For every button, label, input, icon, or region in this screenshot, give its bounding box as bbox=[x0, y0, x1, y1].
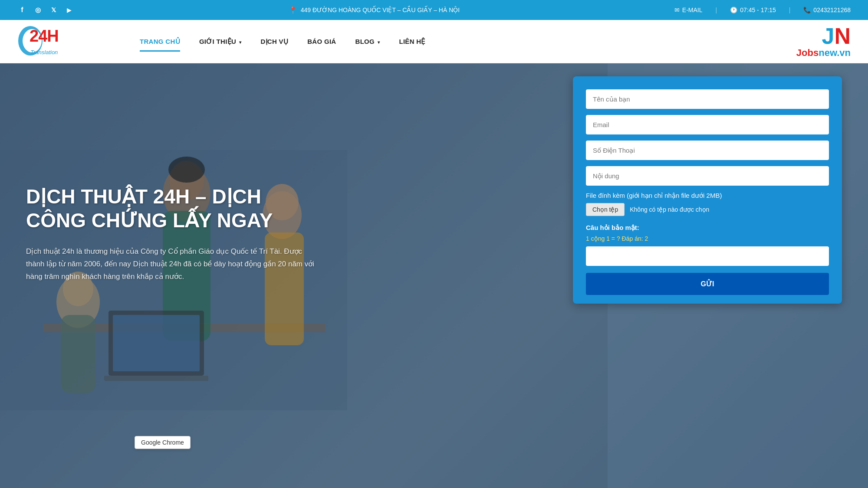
contact-info: ✉ E-MAIL | 🕐 07:45 - 17:15 | 📞 024321212… bbox=[674, 7, 851, 13]
top-bar: f ◎ 𝕏 ▶ 📍 449 ĐƯỜNG HOÀNG QUỐC VIỆT – CẦ… bbox=[0, 0, 868, 20]
email-label: E-MAIL bbox=[682, 7, 703, 13]
contact-form: File đính kèm (giới hạn chỉ nhận file dư… bbox=[573, 76, 842, 304]
brand-j-letter: J bbox=[822, 23, 835, 49]
email-input[interactable] bbox=[586, 115, 829, 134]
hours-text: 07:45 - 17:15 bbox=[740, 7, 776, 13]
hero-description: Dịch thuật 24h là thương hiệu của Công t… bbox=[26, 246, 321, 283]
main-navigation: 24H Translation TRANG CHỦ GIỚI THIỆU ▾ D… bbox=[0, 20, 868, 63]
captcha-question: 1 cộng 1 = ? Đáp án: 2 bbox=[586, 235, 829, 242]
phone-field-wrapper bbox=[586, 141, 829, 160]
email-field-wrapper bbox=[586, 115, 829, 134]
address-text: 449 ĐƯỜNG HOÀNG QUỐC VIỆT – CẦU GIẤY – H… bbox=[301, 7, 460, 13]
nav-lien-he[interactable]: LIÊN HỆ bbox=[389, 33, 434, 51]
email-section[interactable]: ✉ E-MAIL bbox=[674, 7, 703, 13]
hero-title: DỊCH THUẬT 24H – DỊCH CÔNG CHỨNG LẤY NGA… bbox=[26, 185, 321, 233]
youtube-icon[interactable]: ▶ bbox=[64, 5, 74, 15]
nav-gioi-thieu[interactable]: GIỚI THIỆU ▾ bbox=[190, 33, 251, 51]
content-field-wrapper bbox=[586, 166, 829, 186]
instagram-icon[interactable]: ◎ bbox=[33, 5, 43, 15]
phone-input[interactable] bbox=[586, 141, 829, 160]
chevron-down-icon: ▾ bbox=[238, 40, 241, 45]
social-links: f ◎ 𝕏 ▶ bbox=[17, 5, 74, 15]
nav-menu: TRANG CHỦ GIỚI THIỆU ▾ DỊCH VỤ BÁO GIÁ B… bbox=[130, 33, 796, 51]
clock-icon: 🕐 bbox=[730, 7, 737, 13]
logo-24h: 24H bbox=[30, 27, 59, 46]
phone-text: 02432121268 bbox=[813, 7, 851, 13]
location-icon: 📍 bbox=[289, 6, 297, 14]
brand-jobs: Jobs bbox=[796, 47, 819, 58]
content-input[interactable] bbox=[586, 166, 829, 186]
captcha-input[interactable] bbox=[586, 246, 829, 266]
brand-vn: .vn bbox=[837, 47, 851, 58]
file-input-row: Chọn tệp Không có tệp nào được chọn bbox=[586, 203, 829, 216]
twitter-icon[interactable]: 𝕏 bbox=[49, 5, 58, 15]
facebook-icon[interactable]: f bbox=[17, 5, 27, 15]
captcha-section: Câu hỏi bảo mật: 1 cộng 1 = ? Đáp án: 2 bbox=[586, 224, 829, 266]
hero-text-block: DỊCH THUẬT 24H – DỊCH CÔNG CHỨNG LẤY NGA… bbox=[26, 185, 321, 283]
file-label: File đính kèm (giới hạn chỉ nhận file dư… bbox=[586, 192, 829, 200]
nav-blog[interactable]: BLOG ▾ bbox=[346, 33, 390, 50]
brand-new: new bbox=[819, 47, 837, 58]
mail-icon: ✉ bbox=[674, 7, 680, 13]
phone-section[interactable]: 📞 02432121268 bbox=[803, 7, 851, 13]
logo[interactable]: 24H Translation bbox=[17, 24, 104, 59]
submit-button[interactable]: GỬI bbox=[586, 273, 829, 295]
address-section: 📍 449 ĐƯỜNG HOÀNG QUỐC VIỆT – CẦU GIẤY –… bbox=[289, 6, 460, 14]
jobsnew-brand[interactable]: JN Jobsnew.vn bbox=[796, 25, 851, 59]
phone-icon: 📞 bbox=[803, 7, 811, 13]
hero-section: DỊCH THUẬT 24H – DỊCH CÔNG CHỨNG LẤY NGA… bbox=[0, 63, 868, 488]
chrome-tooltip: Google Chrome bbox=[135, 436, 191, 449]
file-section: File đính kèm (giới hạn chỉ nhận file dư… bbox=[586, 192, 829, 216]
nav-trang-chu[interactable]: TRANG CHỦ bbox=[130, 33, 190, 51]
choose-file-button[interactable]: Chọn tệp bbox=[586, 203, 625, 216]
captcha-label: Câu hỏi bảo mật: bbox=[586, 224, 829, 232]
name-input[interactable] bbox=[586, 89, 829, 109]
logo-translation: Translation bbox=[30, 49, 58, 56]
nav-dich-vu[interactable]: DỊCH VỤ bbox=[251, 33, 298, 51]
nav-bao-gia[interactable]: BÁO GIÁ bbox=[298, 33, 345, 50]
brand-n-letter: N bbox=[834, 23, 851, 49]
name-field-wrapper bbox=[586, 89, 829, 109]
hours-section: 🕐 07:45 - 17:15 bbox=[730, 7, 776, 13]
no-file-text: Không có tệp nào được chọn bbox=[630, 206, 709, 213]
chevron-down-icon-blog: ▾ bbox=[376, 40, 380, 45]
